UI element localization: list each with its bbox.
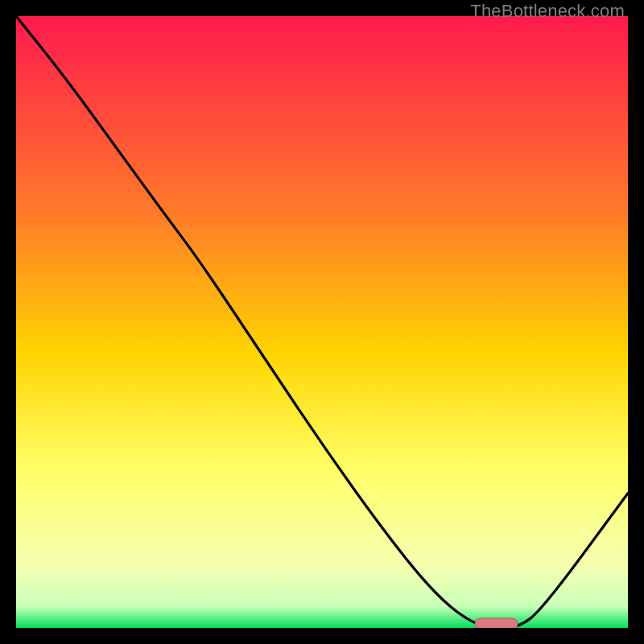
gradient-background: [16, 16, 628, 628]
watermark-text: TheBottleneck.com: [470, 1, 625, 22]
bottleneck-plot: [16, 16, 628, 628]
optimal-range-marker: [475, 618, 518, 628]
chart-frame: [16, 16, 628, 628]
